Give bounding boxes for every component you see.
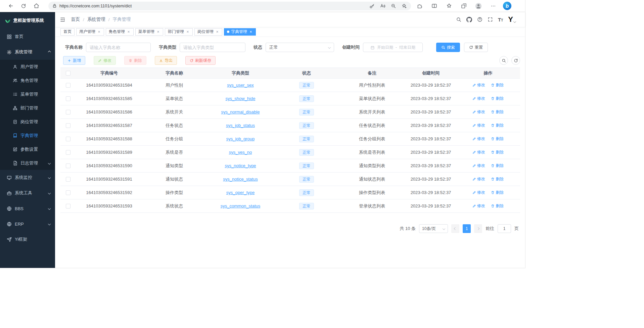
collections-icon[interactable]	[459, 1, 469, 11]
refresh-button[interactable]	[18, 1, 29, 11]
bing-chat-button[interactable]: b	[503, 2, 511, 10]
tab-dept[interactable]: 部门管理×	[165, 28, 193, 36]
row-delete-button[interactable]: 删除	[491, 82, 504, 88]
tab-home[interactable]: 首页	[60, 28, 75, 36]
page-size-select[interactable]: 10条/页	[419, 224, 448, 233]
header-search-icon[interactable]	[456, 17, 461, 22]
help-icon[interactable]	[477, 17, 482, 22]
page-number-current[interactable]: 1	[463, 224, 471, 233]
dict-type-link[interactable]: sys_show_hide	[226, 96, 256, 101]
row-edit-button[interactable]: 修改	[472, 96, 485, 101]
row-delete-button[interactable]: 删除	[491, 190, 504, 195]
row-delete-button[interactable]: 删除	[491, 149, 504, 155]
zoom-out-icon[interactable]	[391, 3, 396, 9]
row-checkbox[interactable]	[66, 83, 71, 88]
tab-menu[interactable]: 菜单管理×	[135, 28, 163, 36]
sidebar-item-user[interactable]: 用户管理	[0, 60, 55, 74]
row-checkbox[interactable]	[66, 137, 71, 141]
row-checkbox[interactable]	[66, 204, 71, 208]
home-button[interactable]	[31, 1, 42, 11]
favorites-icon[interactable]	[444, 1, 454, 11]
sidebar-item-erp[interactable]: ERP	[0, 216, 55, 232]
sidebar-item-param[interactable]: 参数设置	[0, 142, 55, 156]
tab-close-icon[interactable]: ×	[156, 30, 160, 34]
add-favorite-icon[interactable]	[402, 3, 407, 9]
dict-type-link[interactable]: sys_user_sex	[227, 83, 254, 88]
user-logo-menu[interactable]: Y	[508, 16, 516, 23]
back-button[interactable]	[5, 1, 16, 11]
row-edit-button[interactable]: 修改	[472, 176, 485, 182]
font-size-icon[interactable]: TT	[498, 17, 503, 22]
tab-close-icon[interactable]: ×	[249, 30, 253, 34]
dict-type-link[interactable]: sys_normal_disable	[221, 109, 260, 114]
sidebar-item-dept[interactable]: 部门管理	[0, 101, 55, 115]
password-key-icon[interactable]	[369, 3, 375, 9]
reset-button[interactable]: 重置	[464, 43, 488, 52]
tab-dict-active[interactable]: 字典管理×	[224, 28, 256, 36]
status-select[interactable]: 正常	[266, 43, 334, 52]
row-checkbox[interactable]	[66, 150, 71, 155]
row-edit-button[interactable]: 修改	[472, 136, 485, 142]
dict-type-link[interactable]: sys_job_group	[226, 136, 255, 141]
search-button[interactable]: 搜索	[436, 43, 460, 52]
row-edit-button[interactable]: 修改	[472, 149, 485, 155]
row-delete-button[interactable]: 删除	[491, 96, 504, 101]
date-range-picker[interactable]: 开始日期 - 结束日期	[363, 43, 423, 52]
row-delete-button[interactable]: 删除	[491, 109, 504, 115]
sidebar-item-role[interactable]: 角色管理	[0, 74, 55, 87]
row-delete-button[interactable]: 删除	[491, 163, 504, 169]
refresh-cache-button[interactable]: 刷新缓存	[185, 56, 216, 65]
dict-type-link[interactable]: sys_job_status	[226, 123, 255, 128]
fullscreen-icon[interactable]	[488, 17, 493, 22]
select-all-checkbox[interactable]	[66, 71, 71, 76]
add-button[interactable]: 新增	[63, 56, 85, 65]
row-edit-button[interactable]: 修改	[472, 163, 485, 169]
row-edit-button[interactable]: 修改	[472, 203, 485, 209]
tab-close-icon[interactable]: ×	[127, 30, 131, 34]
github-icon[interactable]	[466, 17, 472, 22]
dict-type-link[interactable]: sys_notice_type	[225, 163, 256, 168]
delete-button[interactable]: 删除	[124, 56, 146, 65]
row-delete-button[interactable]: 删除	[491, 203, 504, 209]
tab-close-icon[interactable]: ×	[215, 30, 219, 34]
row-delete-button[interactable]: 删除	[491, 123, 504, 128]
goto-page-input[interactable]	[498, 224, 511, 233]
split-screen-icon[interactable]	[429, 1, 439, 11]
read-aloud-icon[interactable]	[380, 3, 385, 9]
edit-button[interactable]: 修改	[94, 56, 116, 65]
sidebar-item-log[interactable]: 日志管理	[0, 156, 55, 170]
sidebar-toggle-button[interactable]	[60, 17, 65, 22]
row-checkbox[interactable]	[66, 110, 71, 114]
tab-close-icon[interactable]: ×	[97, 30, 101, 34]
dict-type-link[interactable]: sys_common_status	[221, 203, 261, 208]
dict-type-link[interactable]: sys_notice_status	[223, 177, 258, 182]
profile-avatar[interactable]	[473, 1, 484, 11]
sidebar-item-menu[interactable]: 菜单管理	[0, 87, 55, 101]
address-bar[interactable]: https://ccnetcore.com:1101/system/dict	[48, 2, 411, 10]
sidebar-item-bbs[interactable]: BBS	[0, 201, 55, 216]
extensions-icon[interactable]	[414, 1, 424, 11]
toggle-search-button[interactable]	[499, 56, 508, 65]
export-button[interactable]: 导出	[155, 56, 177, 65]
prev-page-button[interactable]	[451, 224, 459, 233]
dict-type-link[interactable]: sys_yes_no	[229, 150, 252, 155]
breadcrumb-item-home[interactable]: 首页	[71, 16, 80, 22]
sidebar-item-home[interactable]: 首页	[0, 29, 55, 44]
tab-role[interactable]: 角色管理×	[106, 28, 134, 36]
row-edit-button[interactable]: 修改	[472, 190, 485, 195]
sidebar-item-yi[interactable]: Yi框架	[0, 232, 55, 247]
breadcrumb-item-system[interactable]: 系统管理	[87, 16, 105, 22]
row-checkbox[interactable]	[66, 163, 71, 168]
row-delete-button[interactable]: 删除	[491, 176, 504, 182]
row-checkbox[interactable]	[66, 123, 71, 128]
sidebar-item-system[interactable]: 系统管理	[0, 44, 55, 60]
sidebar-item-monitor[interactable]: 系统监控	[0, 170, 55, 185]
sidebar-item-dict[interactable]: 字典管理	[0, 129, 55, 142]
refresh-table-button[interactable]	[511, 56, 520, 65]
tab-post[interactable]: 岗位管理×	[194, 28, 222, 36]
row-edit-button[interactable]: 修改	[472, 123, 485, 128]
row-checkbox[interactable]	[66, 177, 71, 182]
more-menu-icon[interactable]	[488, 1, 498, 11]
tab-close-icon[interactable]: ×	[186, 30, 190, 34]
dict-name-input[interactable]	[86, 43, 151, 52]
